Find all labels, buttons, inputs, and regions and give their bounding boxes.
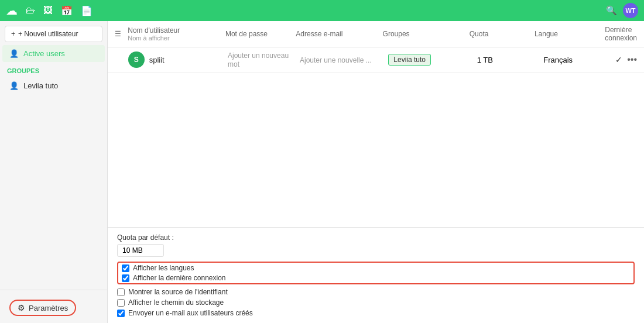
users-icon: 👤 — [9, 49, 19, 58]
table-body: S spliit Ajouter un nouveau mot Ajouter … — [108, 47, 644, 73]
checkbox-show-identity-source[interactable]: Montrer la source de l'identifiant — [117, 288, 635, 296]
image-icon[interactable]: 🖼 — [43, 5, 53, 16]
language-header: Langue — [535, 30, 605, 38]
cloud-icon[interactable]: ☁ — [6, 4, 18, 18]
sidebar-item-active-users[interactable]: 👤 Active users — [2, 45, 105, 62]
checkbox-send-email-input[interactable] — [117, 310, 125, 317]
display-name-header-label: Nom à afficher — [128, 35, 225, 42]
row-password-cell[interactable]: Ajouter un nouveau mot — [228, 51, 300, 68]
table-row: S spliit Ajouter un nouveau mot Ajouter … — [108, 47, 644, 73]
checkbox-show-languages-input[interactable] — [122, 264, 129, 272]
password-header: Mot de passe — [225, 30, 296, 38]
sidebar-item-params[interactable]: ⚙ Paramètres — [2, 295, 105, 320]
row-username-cell: S spliit — [128, 51, 228, 68]
quota-header: Quota — [470, 30, 535, 38]
new-user-button[interactable]: + + Nouvel utilisateur — [5, 26, 102, 42]
email-header: Adresse e-mail — [296, 30, 382, 38]
user-initial-avatar: S — [128, 51, 145, 68]
bottom-panel: Quota par défaut : Afficher les langues … — [108, 227, 644, 323]
params-highlight[interactable]: ⚙ Paramètres — [9, 300, 76, 316]
password-placeholder[interactable]: Ajouter un nouveau mot — [228, 51, 289, 68]
main-content: ☰ Nom d'utilisateur Nom à afficher Mot d… — [108, 21, 644, 323]
layout: + + Nouvel utilisateur 👤 Active users Gr… — [0, 21, 644, 323]
email-placeholder[interactable]: Ajouter une nouvelle ... — [300, 56, 372, 64]
topbar-left: ☁ 🗁 🖼 📅 📄 — [6, 4, 93, 18]
groups-section-title: Groupes — [0, 63, 107, 77]
sidebar-item-leviia-tuto[interactable]: 👤 Leviia tuto — [2, 77, 105, 94]
col-menu-spacer: ☰ — [115, 30, 128, 38]
new-user-label: + Nouvel utilisateur — [18, 30, 78, 38]
active-users-label: Active users — [23, 49, 65, 58]
group-badge[interactable]: Leviia tuto — [388, 54, 431, 66]
checkbox-send-email[interactable]: Envoyer un e-mail aux utilisateurs créés — [117, 309, 635, 317]
username-header-label: Nom d'utilisateur — [128, 26, 225, 35]
gear-icon: ⚙ — [18, 303, 25, 312]
username-text: spliit — [149, 56, 165, 64]
plus-icon: + — [11, 30, 15, 38]
checkmark-icon: ✓ — [615, 55, 622, 64]
quota-input[interactable] — [117, 244, 164, 257]
quota-default-label: Quota par défaut : — [117, 233, 635, 242]
topbar-right: 🔍 WT — [606, 3, 638, 18]
sidebar: + + Nouvel utilisateur 👤 Active users Gr… — [0, 21, 108, 323]
search-icon[interactable]: 🔍 — [606, 5, 617, 16]
quota-value: 1 TB — [477, 56, 544, 64]
group-label: Leviia tuto — [23, 81, 58, 90]
calendar-icon[interactable]: 📅 — [61, 5, 73, 16]
sidebar-bottom: ⚙ Paramètres — [0, 290, 107, 323]
checkbox-show-storage-path-input[interactable] — [117, 299, 125, 307]
action-icons: ✓ ••• — [615, 54, 637, 65]
table-header: ☰ Nom d'utilisateur Nom à afficher Mot d… — [108, 21, 644, 47]
topbar: ☁ 🗁 🖼 📅 📄 🔍 WT — [0, 0, 644, 21]
group-icon: 👤 — [9, 81, 19, 90]
checkbox-show-last-login[interactable]: Afficher la dernière connexion — [122, 274, 630, 282]
folder-icon[interactable]: 🗁 — [26, 5, 35, 16]
language-value: Français — [543, 56, 615, 64]
file-icon[interactable]: 📄 — [81, 5, 93, 16]
row-groups-cell[interactable]: Leviia tuto — [388, 54, 477, 66]
col-username-header: Nom d'utilisateur Nom à afficher — [128, 26, 225, 42]
params-label: Paramètres — [29, 304, 68, 312]
avatar[interactable]: WT — [623, 3, 638, 18]
last-login-value: ✓ ••• — [615, 54, 637, 65]
last-login-header: Dernière connexion — [605, 26, 637, 42]
checkbox-show-last-login-input[interactable] — [122, 274, 129, 282]
row-email-cell[interactable]: Ajouter une nouvelle ... — [300, 56, 388, 64]
checkbox-show-identity-source-input[interactable] — [117, 288, 125, 296]
checkbox-show-languages[interactable]: Afficher les langues — [122, 264, 630, 272]
checkbox-group: Afficher les langues Afficher la dernièr… — [117, 262, 635, 317]
groups-header: Groupes — [383, 30, 470, 38]
more-options-button[interactable]: ••• — [627, 54, 637, 65]
highlighted-checkboxes: Afficher les langues Afficher la dernièr… — [117, 262, 635, 284]
checkbox-show-storage-path[interactable]: Afficher le chemin du stockage — [117, 298, 635, 307]
